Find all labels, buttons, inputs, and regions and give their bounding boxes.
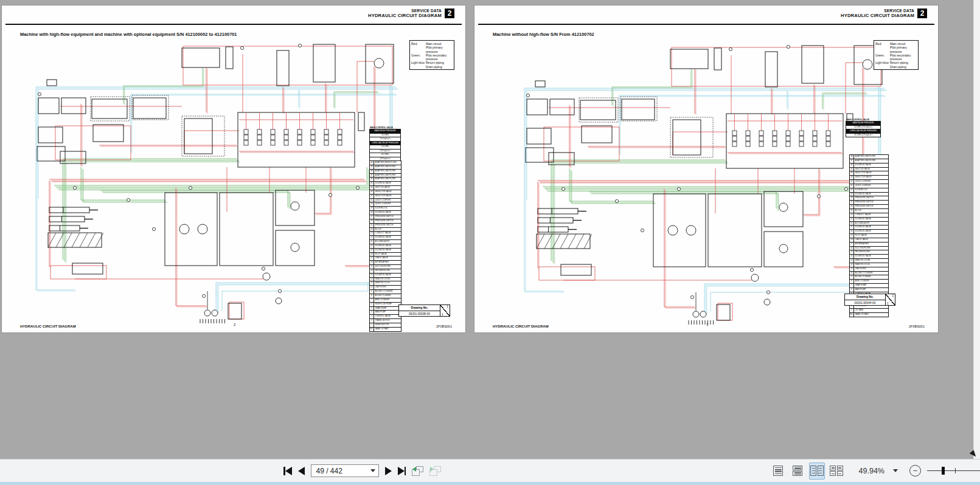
previous-page-button[interactable] xyxy=(298,467,305,475)
footer-page-number: 3 xyxy=(706,323,708,326)
component-row: 1OIL TANK xyxy=(850,308,888,312)
component-row: 30SLIDE BLOCK xyxy=(850,188,888,192)
drawing-number-box: Drawing No. 06J01-00038-00 1 1 xyxy=(398,304,450,317)
legend-row: Drain piping xyxy=(411,65,453,69)
previous-page-icon xyxy=(298,467,305,475)
footer-title: HYDRAULIC CIRCUIT DIAGRAM xyxy=(493,325,549,328)
component-row: 35SHUTTLE VALVE xyxy=(850,167,888,171)
component-row: 18CHECK VALVE xyxy=(850,238,888,242)
component-row: 32QUICK COUPLER xyxy=(850,179,888,184)
component-row: 32SELECTOR VALVE xyxy=(370,194,401,198)
minus-icon: − xyxy=(913,466,918,474)
bottom-edge-strip xyxy=(0,482,980,485)
slider-track xyxy=(927,470,980,472)
vertical-scrollbar[interactable] xyxy=(973,0,980,459)
component-row: 13REMOTE C/V RH xyxy=(850,258,888,263)
component-row: 8BOOM CYLINDER xyxy=(370,294,401,298)
revision-cell: 1 1 xyxy=(885,294,895,305)
component-row: 35SOLENOID VALVE xyxy=(370,181,401,185)
drawing-number-box: Drawing No. 06J01-00044-00 1 1 xyxy=(844,294,895,306)
component-row: 1SWING MOTOR xyxy=(370,323,401,327)
next-page-button[interactable] xyxy=(385,467,392,475)
component-row: 33SELECTOR VALVE xyxy=(370,190,401,194)
component-row: NO.NAME OF PART xyxy=(370,327,401,331)
next-page-icon xyxy=(385,467,392,475)
component-row: 28SOLENOID VALVE xyxy=(370,210,401,215)
zoom-out-button[interactable]: − xyxy=(909,465,921,476)
component-row: 28PRESSURE SWITCH xyxy=(850,196,888,200)
pdf-page-right: SERVICE DATA HYDRAULIC CIRCUIT DIAGRAM 2… xyxy=(474,5,939,333)
component-row: 5GEAR PUMP xyxy=(370,306,401,311)
previous-view-button[interactable] xyxy=(412,466,423,476)
pressure-row: OVERLOAD RELIEF PRESSURE xyxy=(370,141,400,145)
component-row: 27PRESSURE SWITCH xyxy=(370,215,401,219)
component-row: 34SHUTTLE VALVE xyxy=(370,185,401,190)
component-row: 20SOLENOID VALVE xyxy=(370,244,401,248)
continuous-view-button[interactable] xyxy=(790,463,805,480)
pressure-row: 26.5 MPa (270 kgf/cm²) xyxy=(846,133,880,137)
continuous-facing-icon xyxy=(830,466,843,476)
component-row: 11LINE FILTER xyxy=(850,267,888,271)
last-page-icon xyxy=(398,467,405,475)
slider-center-tick xyxy=(955,468,956,473)
page-navigation-group: 49 / 442 xyxy=(283,459,441,482)
component-row: 10BUCKET CYLINDER xyxy=(850,271,888,275)
component-row: 30QUICK COUPLER xyxy=(370,202,401,206)
component-row: 25BLOCK xyxy=(850,208,888,213)
component-row: 23CONDUCT VALVE xyxy=(370,231,401,235)
next-view-icon xyxy=(429,466,441,476)
page-number-input[interactable]: 49 / 442 xyxy=(311,464,379,477)
continuous-view-icon xyxy=(793,466,802,476)
component-row: 19PILOT VALVE xyxy=(850,233,888,238)
relief-pressure-table: MAIN CONTROL VALVE MAIN RELIEF PRESSURE2… xyxy=(846,121,881,137)
component-row: 17CHECK VALVE xyxy=(370,256,401,260)
component-list: 38ADAPTER LINE FILTER37ADAPTER LINE FILT… xyxy=(849,154,889,317)
single-page-view-button[interactable] xyxy=(770,463,786,480)
status-toolbar: 49 / 442 xyxy=(0,459,980,482)
color-legend: Red:Main circuitPilot primarypressureGre… xyxy=(874,40,919,70)
component-row: 23SOLENOID VALVE xyxy=(850,217,888,221)
first-page-button[interactable] xyxy=(283,467,292,475)
facing-pages-view-button[interactable] xyxy=(809,463,825,480)
component-row: 11REMOTE C/V LH xyxy=(370,281,401,285)
previous-view-icon xyxy=(412,466,423,476)
footer-doc-code: 2F0BS001 xyxy=(436,325,452,328)
component-row: 7GEAR PUMP xyxy=(850,283,888,287)
pressure-table-title: MAIN CONTROL VALVE xyxy=(370,126,393,129)
component-row: 4MAIN PUMP xyxy=(370,310,401,314)
component-row: 37ADAPTER LINE FILTER xyxy=(370,173,401,177)
component-row: 29SOLENOID VALVE xyxy=(850,192,888,196)
slider-thumb[interactable] xyxy=(942,467,945,475)
component-row: 25PRESSURE SWITCH xyxy=(370,223,401,227)
component-row: 10LINE FILTER xyxy=(370,285,401,289)
drawing-no-label: Drawing No. xyxy=(399,305,440,311)
relief-pressure-table: MAIN CONTROL VALVE MAIN RELIEF PRESSURE2… xyxy=(369,129,401,161)
component-list: 40ADAPTER (HIGH FLOW)39ADAPTER LINE FILT… xyxy=(369,160,401,332)
drawing-no-label: Drawing No. xyxy=(845,294,885,300)
zoom-slider[interactable] xyxy=(927,465,980,476)
zoom-percentage[interactable]: 49.94% xyxy=(849,467,884,475)
component-row: 26PRESSURE SWITCH xyxy=(370,219,401,223)
component-row: 6HIGH FLOW PUMP xyxy=(370,302,401,306)
component-row: 27PRESSURE SWITCH xyxy=(850,200,888,204)
component-row: 37ADAPTER LINE FILTER xyxy=(850,159,888,163)
component-row: 21ACCUMULATOR xyxy=(370,239,401,244)
component-row: 24BLOCK xyxy=(370,227,401,232)
component-row: 24CONDUCT VALVE xyxy=(850,213,888,217)
next-view-button[interactable] xyxy=(429,466,441,476)
revision-cell: 1 1 xyxy=(440,305,450,316)
component-row: 38ADAPTER LINE FILTER xyxy=(370,169,401,173)
component-row: NO.NAME OF PART xyxy=(850,312,888,317)
component-row: 9BOOM CYLINDER xyxy=(850,275,888,279)
component-row: 7ARM CYLINDER xyxy=(370,298,401,302)
page-dropdown-caret-icon[interactable] xyxy=(370,469,375,472)
single-page-icon xyxy=(773,466,783,476)
continuous-facing-view-button[interactable] xyxy=(829,463,844,480)
component-row: 12REMOTE C/V LH xyxy=(850,263,888,267)
zoom-dropdown-caret-icon[interactable] xyxy=(893,469,898,472)
component-row: 33SELECTOR VALVE xyxy=(850,175,888,179)
page-number-value: 49 / 442 xyxy=(311,467,370,475)
component-row: 6MAIN PUMP xyxy=(850,287,888,292)
last-page-button[interactable] xyxy=(398,467,406,475)
facing-pages-icon xyxy=(810,466,824,476)
